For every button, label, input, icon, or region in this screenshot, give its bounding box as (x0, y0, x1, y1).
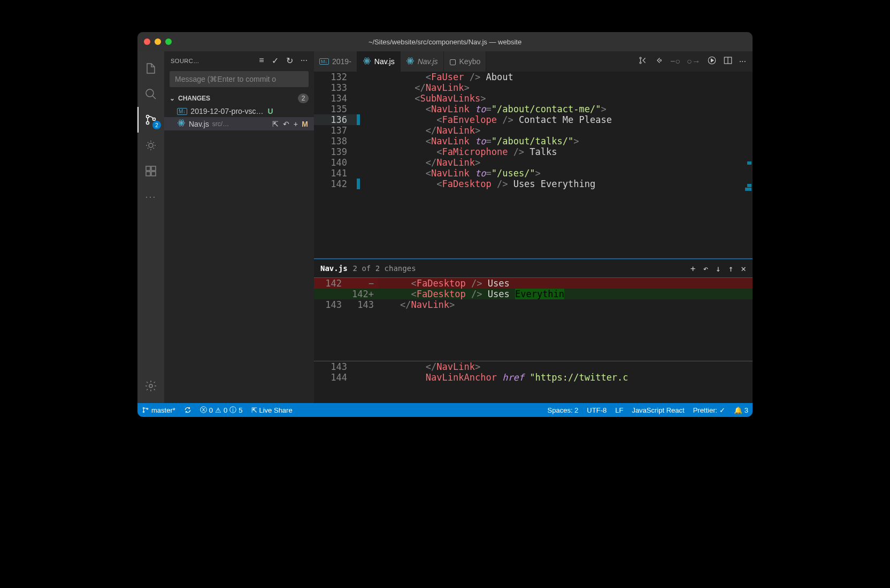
prev-change-icon[interactable]: ↑ (728, 264, 734, 274)
status-bar: master* ⓧ0 ⚠0 ⓘ5 ⇱Live Share Spaces: 2 U… (137, 403, 753, 417)
title-bar: ~/Sites/website/src/components/Nav.js — … (137, 32, 753, 51)
code-line[interactable]: 136 <FaEnvelope /> Contact Me Please (314, 114, 753, 125)
changed-file-row[interactable]: Nav.js src/… ⇱ ↶ + M (164, 117, 314, 130)
code-line[interactable]: 142 <FaDesktop /> Uses Everything (314, 179, 753, 189)
svg-rect-5 (146, 166, 150, 171)
stage-change-icon[interactable]: + (690, 264, 696, 274)
file-name: 2019-12-07-pro-vsc… (190, 107, 263, 115)
nav-icon[interactable]: −○ (670, 57, 680, 66)
encoding-status[interactable]: UTF-8 (587, 406, 607, 414)
error-icon: ⓧ (200, 405, 207, 415)
code-line[interactable]: 140 </NavLink> (314, 157, 753, 168)
markdown-file-icon: M↓ (319, 58, 329, 65)
diff-filename: Nav.js (320, 264, 348, 273)
svg-rect-8 (151, 166, 156, 171)
next-change-icon[interactable]: ↓ (716, 264, 721, 274)
refresh-icon[interactable]: ↻ (286, 56, 293, 66)
settings-gear-icon[interactable] (137, 373, 164, 399)
editor-tab[interactable]: M↓2019- (314, 51, 357, 72)
close-diff-icon[interactable]: ✕ (741, 264, 746, 274)
compare-icon[interactable] (638, 56, 648, 67)
eol-status[interactable]: LF (615, 406, 623, 414)
source-control-sidebar: SOURC… ≡ ✓ ↻ ··· Message (⌘Enter to comm… (164, 51, 314, 403)
code-line[interactable]: 135 <NavLink to="/about/contact-me/"> (314, 104, 753, 114)
markdown-file-icon: M↓ (177, 108, 187, 115)
notifications-status[interactable]: 🔔3 (734, 406, 748, 414)
file-name: Nav.js (189, 120, 209, 128)
code-line[interactable]: 138 <NavLink to="/about/talks/"> (314, 136, 753, 146)
code-line[interactable]: 134 <SubNavLinks> (314, 93, 753, 104)
svg-point-14 (366, 60, 367, 61)
minimap[interactable] (743, 72, 753, 258)
editor-tab[interactable]: Nav.js (401, 51, 444, 72)
traffic-lights (144, 38, 172, 45)
changes-section-header[interactable]: ⌄ CHANGES 2 (164, 91, 314, 105)
diff-after-context[interactable]: 143 </NavLink>144 NavLinkAnchor href "ht… (314, 361, 753, 403)
explorer-icon[interactable] (137, 56, 164, 81)
code-editor[interactable]: 132 <FaUser /> About133 </NavLink>134 <S… (314, 72, 753, 258)
live-share-status[interactable]: ⇱Live Share (251, 406, 293, 414)
more-icon[interactable]: ··· (739, 57, 746, 66)
window-title: ~/Sites/website/src/components/Nav.js — … (369, 38, 521, 46)
diff-content[interactable]: 142− <FaDesktop /> Uses142+ <FaDesktop /… (314, 277, 753, 361)
warning-icon: ⚠ (215, 406, 221, 414)
svg-point-2 (147, 122, 149, 125)
run-icon[interactable] (707, 56, 717, 67)
activity-bar: 2 ··· (137, 51, 164, 403)
more-actions-icon[interactable]: ··· (301, 56, 308, 66)
commit-icon[interactable]: ✓ (272, 56, 279, 66)
search-icon[interactable] (137, 81, 164, 107)
minimize-window-button[interactable] (155, 38, 161, 45)
bell-icon: 🔔 (734, 406, 742, 414)
svg-point-24 (659, 60, 661, 61)
sync-status[interactable] (184, 406, 191, 414)
discard-changes-icon[interactable]: ↶ (283, 120, 289, 128)
indentation-status[interactable]: Spaces: 2 (548, 406, 579, 414)
code-line[interactable]: 137 </NavLink> (314, 125, 753, 136)
code-line[interactable]: 141 <NavLink to="/uses/"> (314, 168, 753, 179)
info-icon: ⓘ (229, 405, 236, 415)
view-as-tree-icon[interactable]: ≡ (259, 56, 264, 66)
diff-line[interactable]: 142− <FaDesktop /> Uses (314, 278, 753, 289)
more-icon[interactable]: ··· (137, 184, 164, 210)
changes-label: CHANGES (178, 95, 210, 102)
open-file-icon[interactable]: ⇱ (272, 120, 279, 128)
editor-tab[interactable]: Nav.js (357, 51, 401, 72)
changes-count-badge: 2 (298, 94, 309, 103)
svg-point-23 (640, 62, 641, 64)
stage-changes-icon[interactable]: + (294, 120, 298, 128)
code-line[interactable]: 132 <FaUser /> About (314, 72, 753, 82)
extensions-icon[interactable] (137, 158, 164, 184)
svg-rect-7 (151, 172, 156, 176)
code-line[interactable]: 133 </NavLink> (314, 82, 753, 93)
close-window-button[interactable] (144, 38, 150, 45)
source-control-icon[interactable]: 2 (137, 107, 164, 133)
prev-change-icon[interactable] (654, 56, 664, 67)
git-branch-status[interactable]: master* (142, 406, 175, 414)
code-line[interactable]: 143 </NavLink> (314, 361, 753, 372)
diff-header: Nav.js 2 of 2 changes + ↶ ↓ ↑ ✕ (314, 259, 753, 277)
react-file-icon (177, 119, 186, 129)
editor-area: 132 <FaUser /> About133 </NavLink>134 <S… (314, 72, 753, 403)
diff-line[interactable]: 143143 </NavLink> (314, 299, 753, 310)
code-line[interactable]: 144 NavLinkAnchor href "https://twitter.… (314, 372, 753, 383)
diff-line[interactable]: 142+ <FaDesktop /> Uses Everythin (314, 289, 753, 299)
revert-change-icon[interactable]: ↶ (703, 264, 708, 274)
code-line[interactable]: 139 <FaMicrophone /> Talks (314, 146, 753, 157)
prettier-status[interactable]: Prettier: ✓ (693, 406, 725, 414)
vscode-window: ~/Sites/website/src/components/Nav.js — … (137, 32, 753, 417)
commit-message-input[interactable]: Message (⌘Enter to commit o (170, 71, 309, 87)
nav-icon[interactable]: ○→ (687, 57, 701, 66)
language-status[interactable]: JavaScript React (632, 406, 684, 414)
editor-tab[interactable]: ▢Keybo (444, 51, 487, 72)
maximize-window-button[interactable] (165, 38, 172, 45)
svg-point-27 (143, 407, 144, 408)
split-editor-icon[interactable] (723, 56, 733, 67)
changed-file-row[interactable]: M↓ 2019-12-07-pro-vsc… U (164, 105, 314, 117)
file-status-modified: M (301, 120, 309, 128)
debug-icon[interactable] (137, 133, 164, 158)
share-icon: ⇱ (251, 406, 257, 414)
problems-status[interactable]: ⓧ0 ⚠0 ⓘ5 (200, 405, 243, 415)
react-file-icon (406, 57, 415, 67)
svg-point-18 (409, 60, 411, 61)
